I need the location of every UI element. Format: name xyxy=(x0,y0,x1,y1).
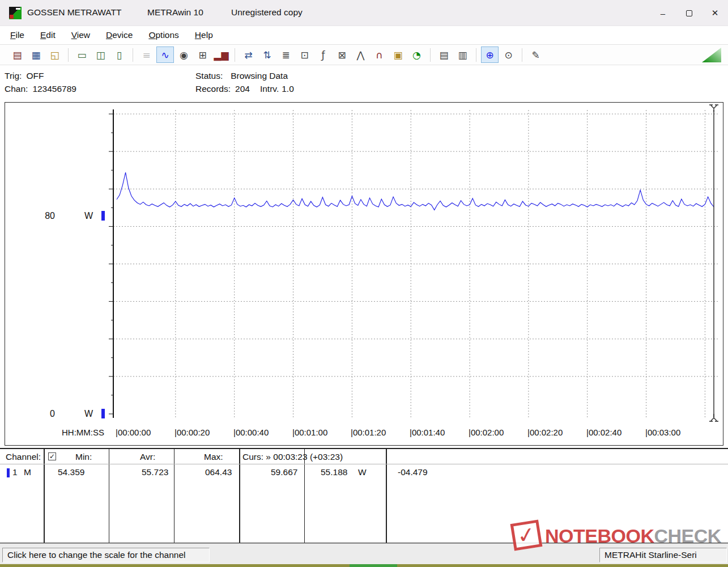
resize-corner-icon xyxy=(702,48,721,62)
chart-area: 80 W 0 W HH:MM:SS |00:00:00|00:00:20|00:… xyxy=(5,102,723,446)
x-tick-label: |00:02:00 xyxy=(469,428,504,437)
view-trend-chart-button[interactable]: ∿ xyxy=(156,46,174,63)
device-upload-button[interactable]: ⇄ xyxy=(240,46,257,63)
menu-view[interactable]: View xyxy=(63,27,98,43)
titlebar-app-name: METRAwin 10 xyxy=(147,7,203,18)
close-button[interactable]: ✕ xyxy=(702,0,728,26)
display-values-button[interactable]: ⊠ xyxy=(333,46,351,63)
row-delta-value: -04.479 xyxy=(398,467,428,477)
row-avr-value: 55.723 xyxy=(142,467,168,477)
zoom-window-button[interactable]: ⊙ xyxy=(500,46,517,63)
trigger-status: Trig:OFF xyxy=(5,71,44,81)
col-header-cursor[interactable]: Curs: » 00:03:23 (+03:23) xyxy=(242,452,343,462)
interval-value: 1.0 xyxy=(282,84,294,94)
minimize-button[interactable]: – xyxy=(650,0,676,26)
device-config-button[interactable]: ≣ xyxy=(277,46,295,63)
print-preview-button[interactable]: ▤ xyxy=(435,46,453,63)
envelope-button[interactable]: ∩ xyxy=(371,46,388,63)
menu-device[interactable]: Device xyxy=(98,27,141,43)
row-channel-mode: M xyxy=(24,467,31,477)
print-button[interactable]: ▥ xyxy=(454,46,471,63)
timer-button[interactable]: ◔ xyxy=(408,46,425,63)
menu-edit[interactable]: Edit xyxy=(32,27,63,43)
import-file-button[interactable]: ▤ xyxy=(8,46,26,63)
table-header-divider xyxy=(0,464,728,464)
toolbar-separator xyxy=(235,48,235,62)
scale-hint-cell[interactable]: Click here to change the scale for the c… xyxy=(2,548,210,562)
toolbar-separator xyxy=(476,48,476,62)
channel-visibility-checkbox[interactable]: ✓ xyxy=(48,452,56,460)
toolbar-separator xyxy=(133,48,133,62)
table-divider xyxy=(109,449,109,543)
annotation-button[interactable]: ✎ xyxy=(527,46,544,63)
menu-help[interactable]: Help xyxy=(187,27,221,43)
app-logo-icon xyxy=(9,7,22,19)
table-divider xyxy=(44,449,45,543)
table-divider xyxy=(174,449,174,543)
x-tick-label: |00:00:20 xyxy=(174,428,210,437)
cursor-handle-bottom[interactable] xyxy=(709,414,718,421)
x-tick-label: |00:01:00 xyxy=(292,428,327,437)
x-tick-label: |00:02:20 xyxy=(527,428,563,437)
x-tick-label: |00:01:40 xyxy=(410,428,445,437)
toolbar-separator xyxy=(522,48,522,62)
app-status: Status:Browsing Data xyxy=(195,71,288,81)
notebookcheck-watermark: ✓ NOTEBOOKCHECK xyxy=(509,517,720,553)
menu-bar: FileEditViewDeviceOptionsHelp xyxy=(0,26,728,44)
copy-graph-button[interactable]: ▣ xyxy=(389,46,407,63)
device-download-button[interactable]: ⇅ xyxy=(258,46,276,63)
titlebar-vendor: GOSSEN METRAWATT xyxy=(27,7,121,18)
records-status: Records:204Intrv.1.0 xyxy=(195,84,294,94)
window-controls: – ✕ xyxy=(650,0,728,26)
memory-card-read-button[interactable]: ▭ xyxy=(73,46,91,63)
toolbar-separator xyxy=(68,48,69,62)
zoom-curve-button[interactable]: ⊕ xyxy=(481,46,499,63)
menu-file[interactable]: File xyxy=(2,27,32,43)
save-file-button[interactable]: ▦ xyxy=(27,46,45,63)
trig-value: OFF xyxy=(26,71,44,81)
view-numeric-button[interactable]: ≡ xyxy=(138,46,155,63)
min-max-button[interactable]: ⋀ xyxy=(352,46,369,63)
table-divider xyxy=(239,449,240,543)
x-tick-label: |00:03:00 xyxy=(645,428,680,437)
row-min-value: 54.359 xyxy=(58,467,84,477)
col-header-min: Min: xyxy=(75,452,92,462)
col-header-avr: Avr: xyxy=(140,452,155,462)
interval-label: Intrv. xyxy=(260,84,279,94)
maximize-button[interactable] xyxy=(676,0,702,26)
row-channel-number[interactable]: 1 xyxy=(12,467,18,477)
table-divider xyxy=(304,449,305,543)
trig-label: Trig: xyxy=(5,71,22,81)
status-value: Browsing Data xyxy=(231,71,288,81)
watermark-word2: CHECK xyxy=(654,525,721,547)
bottom-edge-strip xyxy=(0,564,728,567)
cursor-handle-top[interactable] xyxy=(709,105,718,112)
device-monitor-button[interactable]: ⊡ xyxy=(296,46,313,63)
menu-options[interactable]: Options xyxy=(141,27,186,43)
view-data-table-button[interactable]: ⊞ xyxy=(194,46,211,63)
records-value: 204 xyxy=(235,84,250,94)
open-folder-button[interactable]: ◱ xyxy=(46,46,63,63)
title-bar: GOSSEN METRAWATT METRAwin 10 Unregistere… xyxy=(0,0,728,26)
records-label: Records: xyxy=(195,84,231,94)
chan-label: Chan: xyxy=(5,84,28,94)
view-analog-meter-button[interactable]: ◉ xyxy=(175,46,193,63)
x-tick-label: |00:01:20 xyxy=(351,428,386,437)
row-cursor-b-value: 55.188 xyxy=(321,467,347,477)
row-cursor-a-value: 59.667 xyxy=(271,467,297,477)
table-divider xyxy=(386,449,387,543)
status-label: Status: xyxy=(195,71,223,81)
memory-card-write-button[interactable]: ◫ xyxy=(92,46,109,63)
watermark-checkmark-icon: ✓ xyxy=(510,519,543,551)
titlebar-license: Unregistered copy xyxy=(231,7,303,18)
channel-color-marker xyxy=(7,468,10,477)
trend-plot[interactable] xyxy=(5,103,722,445)
row-unit: W xyxy=(358,467,367,477)
x-tick-label: |00:00:40 xyxy=(233,428,269,437)
x-tick-label: |00:02:40 xyxy=(586,428,621,437)
view-histogram-button[interactable]: ▂▆ xyxy=(212,46,230,63)
formula-button[interactable]: ƒ xyxy=(314,46,332,63)
memory-card-eject-button[interactable]: ▯ xyxy=(110,46,128,63)
col-header-channel: Channel: xyxy=(6,452,41,462)
watermark-text: NOTEBOOKCHECK xyxy=(545,525,721,547)
